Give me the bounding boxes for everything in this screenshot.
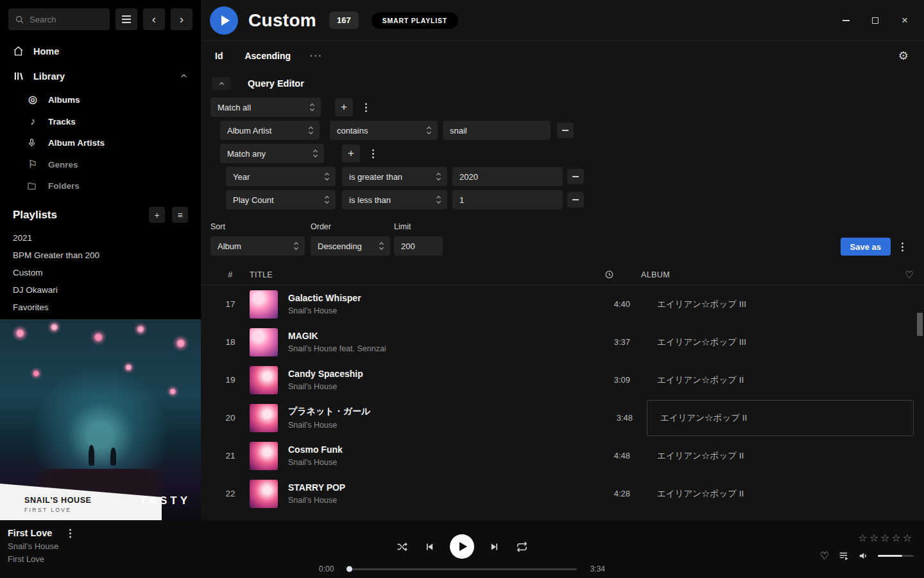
sidebar-item-home[interactable]: Home [0,39,201,64]
add-playlist-button[interactable]: + [149,207,165,223]
sidebar-item-label: Albums [48,95,80,105]
sort-direction[interactable]: Ascending [244,51,291,61]
root-match-select[interactable]: Match all [210,98,321,117]
more-options-icon[interactable]: ··· [310,51,323,61]
now-playing-menu-button[interactable] [64,528,76,538]
remove-rule-button[interactable] [567,192,584,207]
rule-value-input[interactable] [452,190,563,209]
playlist-item-dj-okawari[interactable]: DJ Okawari [0,281,201,299]
rating-stars[interactable]: ☆☆☆☆☆ [858,532,914,544]
previous-button[interactable] [424,541,434,552]
seek-handle[interactable] [346,566,352,572]
playlist-item-favorites[interactable]: Favorites [0,299,201,316]
maximize-button[interactable] [870,15,880,26]
add-group-rule-button[interactable]: + [342,144,360,162]
queue-button[interactable] [838,550,849,561]
rule-field-select[interactable]: Play Count [226,190,336,209]
forward-button[interactable]: › [171,8,193,30]
column-duration[interactable] [551,270,614,279]
select-chevrons-icon [426,126,432,135]
group-menu-button[interactable] [366,144,379,162]
rule-field-select[interactable]: Year [226,167,336,186]
now-playing-album[interactable]: First Love [8,554,76,564]
column-title[interactable]: TITLE [250,270,551,279]
sidebar-item-tracks[interactable]: ♪ Tracks [0,110,201,132]
now-playing-title[interactable]: First Love [8,528,52,538]
playlist-item-2021[interactable]: 2021 [0,229,201,247]
chevron-up-icon[interactable] [180,72,188,80]
rule-menu-button[interactable] [359,98,372,116]
play-icon [459,542,467,551]
select-value: Album Artist [227,126,271,136]
scrollbar[interactable] [917,313,923,336]
play-pause-button[interactable] [450,534,474,559]
order-select[interactable]: Descending [311,236,390,256]
table-row[interactable]: 20 プラネット・ガールSnail’s House 3:48 エイリアン☆ポップ… [201,399,924,437]
table-row[interactable]: 19 Candy SpaceshipSnail’s House 3:09 エイリ… [201,361,924,399]
remove-rule-button[interactable] [567,169,584,184]
save-as-button[interactable]: Save as [841,238,891,256]
rule-value-input[interactable] [443,121,551,140]
select-chevrons-icon [436,172,441,181]
sidebar-item-genres[interactable]: ⚐ Genres [0,153,201,175]
play-playlist-button[interactable] [210,6,238,35]
favorite-button[interactable]: ♡ [820,550,829,562]
column-album[interactable]: ALBUM [641,270,898,279]
now-playing-artwork[interactable]: SNAIL'S HOUSE FIRST LOVE TASTY [0,319,201,520]
track-number: 21 [211,451,250,460]
remove-rule-button[interactable] [557,123,574,138]
add-rule-button[interactable]: + [335,98,353,116]
search-input[interactable] [30,15,94,24]
settings-button[interactable]: ⚙ [898,49,909,63]
sort-field[interactable]: Id [215,51,223,61]
query-root-row: Match all + [210,98,924,117]
seek-bar[interactable] [347,568,577,570]
minimize-button[interactable] [841,15,851,26]
limit-input[interactable] [394,236,443,256]
sidebar-item-folders[interactable]: Folders [0,175,201,197]
plus-icon: + [154,210,159,220]
track-album: エイリアン☆ポップ II [657,374,914,386]
table-row[interactable]: 17 Galactic WhisperSnail’s House 4:40 エイ… [201,285,924,323]
repeat-button[interactable] [516,541,528,553]
close-button[interactable]: × [900,15,910,26]
next-button[interactable] [490,541,501,552]
now-playing-artist[interactable]: Snail’s House [8,541,76,551]
playlist-item-bpm[interactable]: BPM Greater than 200 [0,247,201,264]
group-match-select[interactable]: Match any [220,144,324,163]
playlist-list-button[interactable]: ≡ [172,207,188,223]
track-duration: 4:28 [567,489,630,498]
sidebar-item-label: Tracks [48,117,76,127]
rule-operator-select[interactable]: contains [330,121,438,140]
save-menu-button[interactable] [896,238,909,256]
playlist-item-custom[interactable]: Custom [0,264,201,281]
rule-value-input[interactable] [452,167,563,186]
volume-button[interactable] [858,550,869,561]
track-album-focused[interactable]: エイリアン☆ポップ II [647,400,914,436]
rule-operator-select[interactable]: is greater than [342,167,447,186]
collapse-query-editor-button[interactable] [212,77,231,90]
rule-field-select[interactable]: Album Artist [220,121,320,140]
rule-operator-select[interactable]: is less than [342,190,447,209]
sidebar-item-albums[interactable]: ◎ Albums [0,89,201,110]
table-row[interactable]: 21 Cosmo FunkSnail’s House 4:48 エイリアン☆ポッ… [201,437,924,475]
back-button[interactable]: ‹ [143,8,165,30]
maximize-icon [872,17,878,24]
shuffle-button[interactable] [396,541,408,553]
select-chevrons-icon [312,149,318,158]
artwork-title: FIRST LOVE [24,507,162,513]
search-box[interactable] [8,8,110,30]
column-favorite[interactable]: ♡ [898,269,914,281]
menu-button[interactable] [116,8,137,30]
column-number[interactable]: # [211,270,250,279]
tracklist-header: # TITLE ALBUM ♡ [201,265,924,285]
select-chevrons-icon [309,103,315,112]
table-row[interactable]: 22 STARRY POPSnail’s House 4:28 エイリアン☆ポッ… [201,475,924,512]
table-row[interactable]: 18 MAGIKSnail’s House feat. Sennzai 3:37… [201,323,924,361]
transport-controls [396,534,528,559]
sidebar-item-album-artists[interactable]: Album Artists [0,132,201,153]
volume-slider[interactable] [878,555,914,557]
chevron-right-icon: › [180,12,184,26]
sort-select[interactable]: Album [210,236,305,256]
sidebar-item-library[interactable]: Library [0,64,201,89]
